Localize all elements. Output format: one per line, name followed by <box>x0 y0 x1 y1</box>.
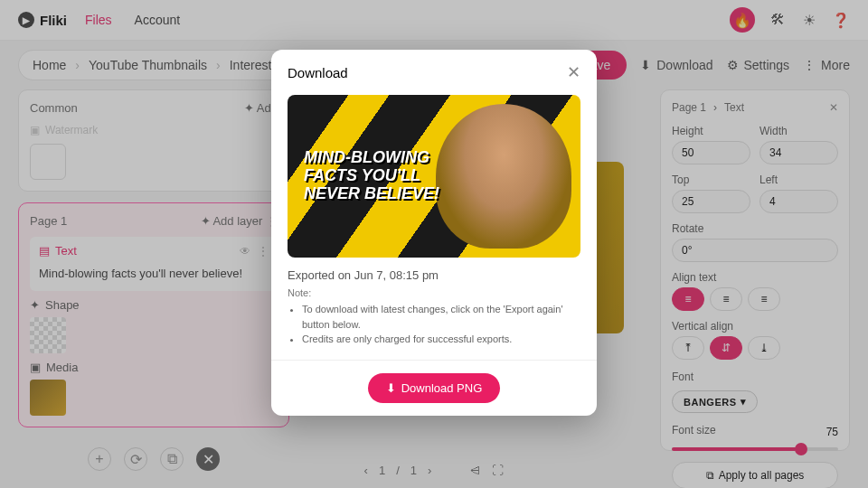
download-modal: Download ✕ Mind-blowing facts you'll nev… <box>271 50 597 416</box>
preview-face <box>436 104 571 249</box>
note-label: Note: <box>288 287 580 298</box>
close-icon[interactable]: ✕ <box>567 62 580 82</box>
modal-overlay[interactable]: Download ✕ Mind-blowing facts you'll nev… <box>0 0 868 488</box>
preview-text: Mind-blowing facts you'll never believe! <box>288 149 448 202</box>
export-timestamp: Exported on Jun 7, 08:15 pm <box>288 258 580 287</box>
note-item: To download with latest changes, click o… <box>302 302 580 332</box>
modal-title: Download <box>288 65 348 80</box>
export-preview: Mind-blowing facts you'll never believe! <box>288 95 580 258</box>
note-list: To download with latest changes, click o… <box>288 302 580 347</box>
download-icon: ⬇ <box>386 381 396 395</box>
note-item: Credits are only charged for successful … <box>302 332 580 347</box>
download-png-button[interactable]: ⬇Download PNG <box>368 373 501 403</box>
